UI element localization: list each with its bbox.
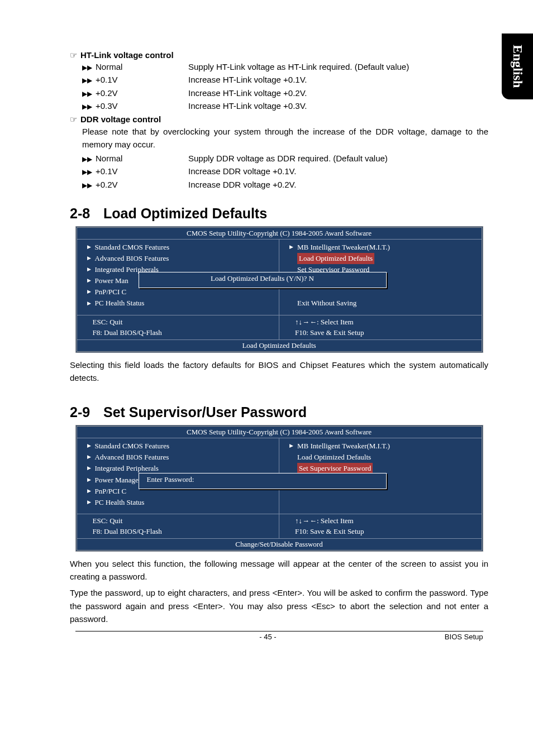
bios-key-select: ↑↓→←: Select Item [295, 317, 477, 328]
bios-item: PC Health Status [95, 497, 145, 508]
section-28-head: 2-8Load Optimized Defaults [70, 205, 488, 222]
section-29-title: Set Supervisor/User Password [103, 404, 307, 420]
triangle-icon: ▶ [87, 476, 95, 484]
triangle-icon: ▶ [289, 442, 297, 450]
para-29b: Type the password, up to eight character… [70, 586, 488, 625]
triangle-icon: ▶ [87, 255, 95, 262]
triangle-icon: ▶ [87, 277, 95, 285]
section-28-num: 2-8 [70, 205, 103, 222]
bios-item: Advanced BIOS Features [95, 253, 169, 264]
fwd-icon: ▶▶ [82, 168, 96, 176]
triangle-icon: ▶ [87, 453, 95, 461]
ddr-key-0: Normal [96, 154, 122, 163]
ddr-head: DDR voltage control [80, 114, 161, 124]
triangle-icon: ▶ [87, 487, 95, 495]
section-29-num: 2-9 [70, 404, 103, 420]
page-number: - 45 - [120, 633, 416, 641]
bios-item: Standard CMOS Features [95, 242, 170, 253]
htlink-key-3: +0.3V [96, 101, 118, 111]
htlink-key-1: +0.1V [96, 75, 118, 84]
fwd-icon: ▶▶ [82, 155, 96, 163]
bios-key-esc: ESC: Quit [93, 515, 275, 527]
footer-section: BIOS Setup [416, 633, 483, 641]
ddr-block: ☞DDR voltage control Please note that by… [70, 114, 488, 191]
bios-key-f10: F10: Save & Exit Setup [295, 526, 477, 537]
bios-dialog-text: Load Optimized Defaults (Y/N)? N [211, 274, 314, 283]
section-29-head: 2-9Set Supervisor/User Password [70, 404, 488, 420]
triangle-icon: ▶ [87, 243, 95, 251]
htlink-key-2: +0.2V [96, 88, 118, 98]
bios-title: CMOS Setup Utility-Copyright (C) 1984-20… [77, 228, 482, 240]
triangle-icon: ▶ [87, 300, 95, 308]
bios-item: Exit Without Saving [297, 298, 356, 309]
triangle-icon: ▶ [87, 442, 95, 450]
triangle-icon: ▶ [87, 499, 95, 506]
ddr-val-0: Supply DDR voltage as DDR required. (Def… [188, 152, 488, 165]
pointer-icon: ☞ [70, 51, 80, 60]
bios-item: Advanced BIOS Features [95, 452, 169, 463]
bios-title: CMOS Setup Utility-Copyright (C) 1984-20… [77, 427, 482, 438]
triangle-icon: ▶ [87, 465, 95, 472]
htlink-head: HT-Link voltage control [80, 50, 174, 60]
bios-dialog-text: Enter Password: [147, 475, 194, 484]
htlink-key-0: Normal [96, 62, 122, 71]
bios-key-f8: F8: Dual BIOS/Q-Flash [93, 327, 275, 338]
htlink-val-2: Increase HT-Link voltage +0.2V. [188, 87, 488, 99]
htlink-block: ☞HT-Link voltage control ▶▶NormalSupply … [70, 50, 488, 112]
bios-item: PnP/PCI C [95, 286, 127, 298]
ddr-val-1: Increase DDR voltage +0.1V. [188, 165, 488, 178]
language-tab-label: English [510, 45, 525, 88]
bios-item: Load Optimized Defaults [297, 452, 371, 463]
ddr-note: Please note that by overclocking your sy… [82, 126, 488, 151]
bios-item-highlight: Load Optimized Defaults [297, 253, 374, 264]
bios-item: MB Intelligent Tweaker(M.I.T.) [297, 242, 390, 253]
bios-item: PC Health Status [95, 298, 145, 309]
fwd-icon: ▶▶ [82, 76, 96, 84]
ddr-key-2: +0.2V [96, 180, 118, 189]
htlink-val-0: Supply HT-Link voltage as HT-Link requir… [188, 60, 488, 73]
bios-item: Standard CMOS Features [95, 441, 170, 452]
bios-footer: Change/Set/Disable Password [77, 538, 482, 550]
htlink-val-3: Increase HT-Link voltage +0.3V. [188, 99, 488, 112]
section-28-title: Load Optimized Defaults [103, 205, 267, 221]
fwd-icon: ▶▶ [82, 103, 96, 111]
para-28: Selecting this field loads the factory d… [70, 358, 488, 385]
bios-dialog-password: Enter Password: [139, 473, 387, 489]
triangle-icon: ▶ [87, 288, 95, 296]
bios-dialog-load: Load Optimized Defaults (Y/N)? N [139, 272, 387, 288]
bios-item: PnP/PCI C [95, 486, 127, 497]
ddr-val-2: Increase DDR voltage +0.2V. [188, 178, 488, 191]
page-footer: - 45 - BIOS Setup [75, 631, 483, 641]
triangle-icon: ▶ [289, 243, 297, 251]
triangle-icon: ▶ [87, 266, 95, 274]
bios-key-f10: F10: Save & Exit Setup [295, 327, 477, 338]
bios-footer: Load Optimized Defaults [77, 339, 482, 351]
bios-key-select: ↑↓→←: Select Item [295, 515, 477, 527]
bios-box-1: CMOS Setup Utility-Copyright (C) 1984-20… [75, 226, 483, 353]
para-29a: When you select this function, the follo… [70, 557, 488, 583]
bios-key-f8: F8: Dual BIOS/Q-Flash [93, 526, 275, 537]
bios-key-esc: ESC: Quit [93, 317, 275, 328]
htlink-val-1: Increase HT-Link voltage +0.1V. [188, 73, 488, 86]
bios-box-2: CMOS Setup Utility-Copyright (C) 1984-20… [75, 425, 483, 552]
pointer-icon: ☞ [70, 115, 80, 124]
bios-item: Power Man [95, 275, 129, 286]
ddr-key-1: +0.1V [96, 166, 118, 176]
fwd-icon: ▶▶ [82, 64, 96, 71]
language-tab: English [502, 34, 533, 99]
fwd-icon: ▶▶ [82, 90, 96, 98]
bios-item: MB Intelligent Tweaker(M.I.T.) [297, 441, 390, 452]
fwd-icon: ▶▶ [82, 181, 96, 189]
